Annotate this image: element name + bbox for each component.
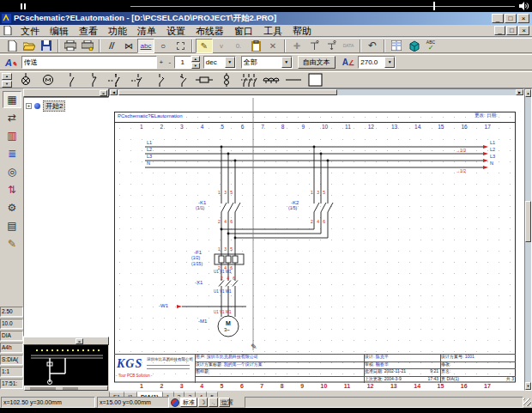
menu-item[interactable]: 帮助 bbox=[287, 24, 317, 39]
left-tool-button[interactable]: ◎ bbox=[3, 163, 21, 180]
ime-mode-button[interactable]: 标准 bbox=[180, 398, 197, 407]
unit-dropdown-arrow[interactable]: ▼ bbox=[225, 57, 235, 68]
horizontal-scrollbar[interactable]: ◀ ▶ bbox=[109, 88, 524, 96]
left-tool-button[interactable]: ▤ bbox=[3, 217, 21, 234]
open-button[interactable] bbox=[21, 39, 38, 53]
reference-up-button[interactable] bbox=[305, 39, 323, 53]
symbol-coil[interactable] bbox=[193, 73, 215, 88]
restore-button[interactable]: □ bbox=[505, 14, 517, 23]
survey-scrollbar[interactable] bbox=[24, 386, 108, 391]
child-minimize-button[interactable]: _ bbox=[494, 26, 505, 35]
left-tool-button[interactable]: ▥ bbox=[3, 127, 21, 144]
survey-canvas[interactable] bbox=[24, 345, 108, 386]
free-text-button[interactable]: 自由文本 bbox=[298, 56, 336, 69]
tree-item-project[interactable]: + 开始2 bbox=[24, 98, 108, 114]
symbol-contact-switch[interactable] bbox=[148, 73, 171, 88]
symbol-motor[interactable] bbox=[37, 73, 59, 88]
symbol-lamp[interactable] bbox=[15, 73, 37, 88]
scroll-up-button[interactable]: ▲ bbox=[525, 89, 531, 97]
stop-button[interactable]: ■ bbox=[36, 3, 40, 9]
new-document-button[interactable] bbox=[3, 39, 21, 53]
minimize-button[interactable]: _ bbox=[492, 14, 504, 23]
unit-dropdown[interactable]: dec▼ bbox=[203, 56, 236, 69]
project-panel-close-icon[interactable]: × bbox=[100, 90, 107, 96]
vertical-scroll-thumb[interactable] bbox=[525, 201, 531, 242]
scroll-down-button[interactable]: ▼ bbox=[525, 382, 531, 390]
forward-button[interactable]: ▶▶ bbox=[93, 3, 103, 9]
ime-fullwidth-button[interactable]: ☽ bbox=[198, 398, 208, 407]
delete-button[interactable]: ✕ bbox=[264, 39, 281, 53]
tree-item-label[interactable]: 开始2 bbox=[43, 100, 65, 112]
pause-button[interactable] bbox=[21, 3, 26, 9]
paste-button[interactable] bbox=[247, 39, 264, 53]
decrease-button[interactable]: - bbox=[166, 55, 174, 70]
left-tool-button[interactable]: ✎ bbox=[3, 235, 21, 252]
pencil-draw-button[interactable]: ✎ bbox=[196, 39, 213, 53]
ime-icon[interactable] bbox=[171, 398, 179, 407]
play-button[interactable]: ▶ bbox=[5, 3, 10, 9]
symbol-contact-nc[interactable] bbox=[82, 73, 104, 88]
symbol-blank[interactable] bbox=[305, 73, 327, 88]
area-select-button[interactable] bbox=[172, 39, 189, 53]
resize-grip[interactable] bbox=[523, 398, 531, 406]
move-button[interactable]: ✚ bbox=[288, 39, 305, 53]
menu-item[interactable]: 工具 bbox=[258, 24, 287, 39]
left-tool-button[interactable]: ⚙ bbox=[3, 199, 21, 216]
undo-button[interactable]: ↶ bbox=[364, 39, 381, 53]
symbol-scroll-up-button[interactable]: ▲ bbox=[2, 73, 12, 80]
prev-button[interactable]: ▏◀◀ bbox=[53, 3, 69, 9]
spell-check-button[interactable]: ABC✓ bbox=[422, 39, 439, 53]
left-tool-button[interactable]: ⇅ bbox=[3, 181, 21, 198]
print-button[interactable] bbox=[62, 39, 79, 53]
menu-item[interactable]: 编辑 bbox=[45, 24, 74, 39]
left-tool-button[interactable]: ⇄ bbox=[3, 109, 21, 126]
vertical-scrollbar[interactable]: ▲ ▼ bbox=[524, 88, 532, 391]
child-restore-button[interactable]: □ bbox=[506, 26, 517, 35]
rewind-button[interactable]: ◀◀ bbox=[76, 3, 86, 9]
symbol-line[interactable] bbox=[282, 73, 305, 88]
spinner-up-button[interactable]: ▲ bbox=[191, 56, 200, 62]
survey-close-icon[interactable]: × bbox=[76, 338, 83, 344]
symbol-contact-3pole[interactable] bbox=[238, 73, 260, 88]
tree-expand-icon[interactable]: + bbox=[26, 103, 32, 109]
3d-view-button[interactable] bbox=[405, 39, 422, 53]
spinner-down-button[interactable]: ▼ bbox=[191, 63, 200, 69]
symbol-indicator[interactable] bbox=[215, 73, 238, 88]
left-tool-button[interactable]: ≣ bbox=[3, 145, 21, 162]
seek-slider[interactable] bbox=[130, 6, 515, 7]
data-button[interactable]: DATA bbox=[340, 39, 357, 53]
speaker-icon[interactable] bbox=[519, 2, 529, 10]
menu-item[interactable]: 查看 bbox=[74, 24, 103, 39]
page-list-button[interactable] bbox=[388, 39, 405, 53]
scroll-left-button[interactable]: ◀ bbox=[110, 89, 118, 95]
text-function-input[interactable] bbox=[21, 56, 157, 69]
menu-item[interactable]: 窗口 bbox=[229, 24, 258, 39]
menu-item[interactable]: 设置 bbox=[161, 24, 190, 39]
scope-dropdown[interactable]: 全部▼ bbox=[241, 56, 293, 69]
symbol-contact-breaker[interactable] bbox=[171, 73, 193, 88]
circle-mode-button[interactable]: ○ bbox=[154, 39, 172, 53]
menu-item[interactable]: 功能 bbox=[103, 24, 132, 39]
increase-button[interactable]: + bbox=[157, 55, 166, 70]
zero-ref-button[interactable]: 0. bbox=[230, 39, 247, 53]
child-close-button[interactable]: × bbox=[518, 26, 529, 35]
reference-down-button[interactable] bbox=[323, 39, 340, 53]
seek-slider-thumb[interactable] bbox=[433, 2, 435, 10]
menu-item[interactable]: 清单 bbox=[132, 24, 161, 39]
left-tool-button[interactable]: ▦ bbox=[3, 91, 21, 108]
v-ref-button[interactable]: v bbox=[213, 39, 230, 53]
menu-item[interactable]: 文件 bbox=[15, 24, 45, 39]
horizontal-scroll-thumb[interactable] bbox=[118, 89, 337, 95]
text-mode-button[interactable]: abc bbox=[137, 39, 154, 53]
symbol-contact-operated[interactable] bbox=[104, 73, 126, 88]
survey-titlebar[interactable]: × bbox=[23, 337, 109, 345]
angle-dropdown-arrow[interactable]: ▼ bbox=[384, 57, 395, 68]
ime-punctuation-button[interactable]: ·, bbox=[209, 398, 218, 407]
line-draw-button[interactable]: // bbox=[103, 39, 120, 53]
symbol-contact-delayed[interactable] bbox=[126, 73, 148, 88]
count-spinner[interactable]: 1 bbox=[174, 56, 191, 69]
angle-dropdown[interactable]: 270.0▼ bbox=[358, 56, 396, 69]
save-button[interactable] bbox=[38, 39, 55, 53]
drawing-viewport[interactable]: PCschematic?ELautomation 更改: 日期: 1234567… bbox=[109, 96, 524, 391]
symbol-contact-no[interactable] bbox=[59, 73, 82, 88]
